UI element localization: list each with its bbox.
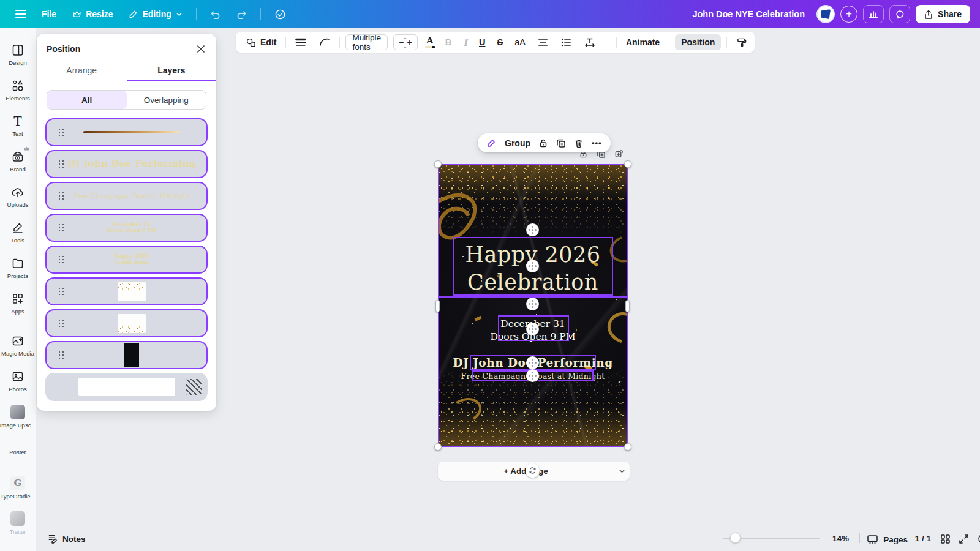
layer-dj-text[interactable]: DJ John Doe Performing bbox=[45, 150, 208, 178]
layer-glitter-top-image[interactable] bbox=[45, 277, 208, 305]
add-member-button[interactable]: + bbox=[840, 6, 858, 23]
help-button[interactable] bbox=[978, 533, 980, 544]
copy-style-button[interactable] bbox=[733, 35, 750, 50]
edit-button[interactable]: Edit bbox=[242, 35, 280, 50]
avatar[interactable] bbox=[816, 5, 835, 23]
move-handle[interactable] bbox=[526, 298, 539, 310]
delete-icon[interactable] bbox=[574, 138, 584, 148]
font-family-selector[interactable]: Multiple fonts bbox=[345, 34, 388, 50]
italic-button[interactable]: I bbox=[460, 36, 470, 49]
sidebar-item-uploads[interactable]: Uploads bbox=[0, 179, 36, 214]
sidebar-item-magic-media[interactable]: Magic Media bbox=[0, 328, 36, 363]
move-handle[interactable] bbox=[526, 323, 539, 335]
resize-menu[interactable]: Resize bbox=[66, 4, 119, 24]
sidebar-item-elements[interactable]: Elements bbox=[0, 72, 36, 108]
layer-date-text[interactable]: December 31Doors Open 9 PM bbox=[45, 214, 208, 242]
font-size-increase[interactable]: + bbox=[407, 37, 412, 47]
redo-button[interactable] bbox=[230, 5, 253, 24]
background-pattern-icon[interactable] bbox=[186, 379, 202, 395]
layer-marble-image[interactable] bbox=[45, 341, 208, 369]
more-options-button[interactable]: ••• bbox=[592, 138, 602, 148]
page-add-icon[interactable] bbox=[614, 149, 624, 159]
resize-handle-right[interactable] bbox=[625, 300, 630, 312]
design-page[interactable]: Happy 2026 Celebration December 31 Doors… bbox=[438, 164, 628, 447]
line-style-button[interactable] bbox=[315, 36, 334, 49]
sidebar-item-image-upscaler[interactable]: Image Upsc... bbox=[0, 399, 36, 434]
move-handle[interactable] bbox=[526, 260, 539, 272]
sidebar-item-photos[interactable]: Photos bbox=[0, 363, 36, 399]
comments-button[interactable] bbox=[889, 5, 910, 23]
animate-button[interactable]: Animate bbox=[622, 35, 663, 50]
grid-view-button[interactable] bbox=[940, 534, 951, 544]
close-icon[interactable] bbox=[195, 43, 206, 54]
layer-champagne-text[interactable]: Free Champagne Toast at Midnight bbox=[45, 182, 208, 210]
tab-layers[interactable]: Layers bbox=[127, 61, 217, 81]
zoom-level[interactable]: 14% bbox=[832, 534, 849, 543]
underline-button[interactable]: U bbox=[476, 36, 488, 48]
editing-mode-menu[interactable]: Editing bbox=[123, 4, 188, 24]
cloud-save-status-icon[interactable] bbox=[268, 4, 292, 25]
resize-handle-bottom-right[interactable] bbox=[624, 443, 631, 451]
drag-handle-icon[interactable] bbox=[59, 224, 64, 232]
add-page-dropdown[interactable] bbox=[614, 462, 630, 481]
pages-button[interactable]: Pages bbox=[867, 534, 908, 544]
alignment-button[interactable] bbox=[534, 36, 552, 49]
text-color-button[interactable]: A bbox=[423, 36, 437, 49]
list-button[interactable] bbox=[557, 36, 575, 49]
move-handle[interactable] bbox=[526, 223, 539, 236]
fullscreen-button[interactable] bbox=[959, 534, 969, 544]
notes-button[interactable]: Notes bbox=[48, 534, 86, 544]
drag-handle-icon[interactable] bbox=[59, 320, 64, 328]
drag-handle-icon[interactable] bbox=[59, 256, 64, 264]
file-menu[interactable]: File bbox=[36, 4, 62, 24]
zoom-slider[interactable] bbox=[723, 538, 820, 539]
move-handle[interactable] bbox=[526, 369, 539, 382]
layer-background[interactable] bbox=[45, 373, 208, 401]
font-size-stepper[interactable]: − -- + bbox=[393, 34, 418, 50]
main-menu-button[interactable] bbox=[10, 4, 32, 24]
sidebar-item-design[interactable]: Design bbox=[0, 37, 36, 72]
line-weight-button[interactable] bbox=[292, 36, 310, 50]
strikethrough-button[interactable]: S bbox=[494, 36, 506, 48]
tab-arrange[interactable]: Arrange bbox=[37, 61, 127, 81]
sidebar-item-typegradient[interactable]: G TypeGradie... bbox=[0, 470, 36, 505]
layer-glitter-bottom-image[interactable] bbox=[45, 309, 208, 337]
drag-handle-icon[interactable] bbox=[59, 192, 64, 200]
layer-title-text[interactable]: Happy 2026Celebration bbox=[45, 246, 208, 274]
sidebar-item-apps[interactable]: Apps bbox=[0, 285, 36, 321]
divider bbox=[260, 8, 261, 20]
text-spacing-button[interactable] bbox=[581, 35, 599, 50]
layer-gold-line[interactable] bbox=[45, 118, 208, 146]
group-button[interactable]: Group bbox=[505, 138, 530, 148]
resize-handle-top-right[interactable] bbox=[624, 160, 631, 168]
drag-handle-icon[interactable] bbox=[59, 160, 64, 168]
document-title[interactable]: John Doe NYE Celebration bbox=[692, 9, 805, 19]
sidebar-item-tools[interactable]: Tools bbox=[0, 214, 36, 250]
duplicate-icon[interactable] bbox=[556, 138, 566, 148]
drag-handle-icon[interactable] bbox=[59, 351, 64, 359]
share-button[interactable]: Share bbox=[916, 5, 970, 23]
resize-handle-top-left[interactable] bbox=[434, 160, 442, 168]
undo-button[interactable] bbox=[204, 5, 227, 24]
sidebar-item-projects[interactable]: Projects bbox=[0, 250, 36, 285]
bold-button[interactable]: B bbox=[442, 36, 454, 48]
text-case-button[interactable]: aA bbox=[511, 36, 529, 48]
filter-overlapping[interactable]: Overlapping bbox=[127, 91, 206, 109]
magic-edit-icon[interactable] bbox=[486, 138, 497, 148]
zoom-slider-knob[interactable] bbox=[730, 533, 741, 543]
resize-handle-left[interactable] bbox=[435, 300, 440, 312]
filter-all[interactable]: All bbox=[47, 91, 127, 109]
rotate-handle[interactable] bbox=[526, 463, 540, 478]
resize-handle-bottom-left[interactable] bbox=[434, 443, 442, 451]
sidebar-item-brand[interactable]: Brand bbox=[0, 143, 36, 179]
drag-handle-icon[interactable] bbox=[59, 288, 64, 296]
font-size-decrease[interactable]: − bbox=[399, 37, 404, 47]
position-button[interactable]: Position bbox=[675, 34, 721, 50]
sidebar-item-poster[interactable]: Poster bbox=[0, 434, 36, 470]
sidebar-item-tracer[interactable]: Tracer bbox=[0, 505, 36, 541]
insights-button[interactable] bbox=[863, 5, 884, 23]
lock-icon[interactable] bbox=[538, 138, 548, 148]
sidebar-item-text[interactable]: T Text bbox=[0, 108, 36, 143]
move-handle[interactable] bbox=[526, 356, 539, 369]
drag-handle-icon[interactable] bbox=[59, 129, 64, 137]
